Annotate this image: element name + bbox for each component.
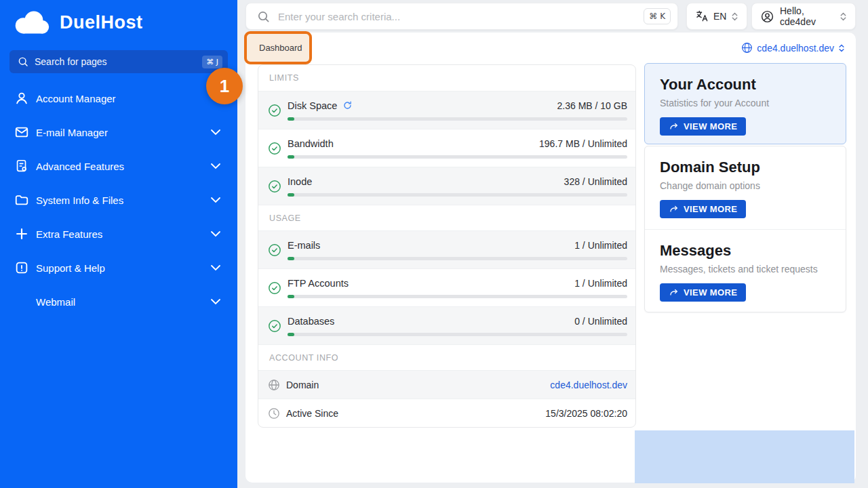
- stat-value: 1 / Unlimited: [574, 278, 627, 289]
- chevron-down-icon: [210, 264, 221, 271]
- sidebar-item-support-help[interactable]: Support & Help: [0, 251, 237, 285]
- globe-icon: [741, 42, 753, 54]
- info-row-active-since: Active Since 15/3/2025 08:02:20: [258, 399, 635, 427]
- domain-link[interactable]: cde4.duelhost.dev: [550, 380, 627, 390]
- chevron-down-icon: [210, 298, 221, 305]
- main-content: Dashboard cde4.duelhost.dev LIMITS Di: [245, 33, 856, 483]
- sidebar-item-advanced-features[interactable]: Advanced Features: [0, 149, 237, 183]
- stat-label: Disk Space: [288, 100, 337, 111]
- stat-row-databases: Databases 0 / Unlimited: [258, 306, 635, 344]
- brand-logo[interactable]: DuelHost: [0, 0, 237, 43]
- stat-label: Bandwidth: [288, 138, 334, 149]
- language-code: EN: [713, 11, 726, 22]
- stat-value: 196.7 MB / Unlimited: [539, 138, 627, 149]
- alert-square-icon: [14, 260, 30, 275]
- progress-bar: [288, 193, 627, 197]
- shortcut-badge: ⌘ J: [202, 56, 222, 68]
- card-title: Messages: [660, 242, 831, 260]
- folder-icon: [14, 192, 30, 207]
- breadcrumb[interactable]: Dashboard: [259, 43, 302, 53]
- stat-row-ftp-accounts: FTP Accounts 1 / Unlimited: [258, 268, 635, 306]
- check-circle-icon: [268, 281, 281, 295]
- card-your-account: Your Account Statistics for your Account…: [644, 63, 846, 144]
- global-search-input[interactable]: [278, 11, 635, 22]
- redo-arrow-icon: [669, 287, 679, 298]
- sidebar-item-webmail[interactable]: Webmail: [0, 285, 237, 319]
- stat-label: E-mails: [288, 240, 320, 251]
- info-value: 15/3/2025 08:02:20: [545, 408, 627, 419]
- view-more-button[interactable]: VIEW MORE: [660, 283, 746, 302]
- sidebar-item-system-info-files[interactable]: System Info & Files: [0, 183, 237, 217]
- card-domain-setup: Domain Setup Change domain options VIEW …: [645, 146, 846, 229]
- user-menu[interactable]: Hello, cde4dev: [751, 3, 856, 30]
- stat-value: 0 / Unlimited: [574, 316, 627, 327]
- check-circle-icon: [268, 142, 281, 155]
- check-circle-icon: [268, 180, 281, 193]
- card-title: Domain Setup: [660, 159, 831, 176]
- annotation-step-badge: 1: [206, 68, 243, 104]
- refresh-icon[interactable]: [342, 100, 353, 110]
- progress-bar: [288, 257, 627, 260]
- progress-fill: [288, 295, 294, 298]
- progress-fill: [288, 193, 294, 197]
- view-more-button[interactable]: VIEW MORE: [660, 117, 746, 136]
- sidebar-search[interactable]: ⌘ J: [9, 50, 228, 73]
- progress-fill: [288, 117, 294, 121]
- quick-links: Your Account Statistics for your Account…: [644, 63, 846, 312]
- redo-arrow-icon: [669, 121, 679, 131]
- chevron-down-icon: [210, 197, 221, 203]
- check-circle-icon: [268, 319, 281, 333]
- select-chevrons-icon: [731, 12, 738, 22]
- select-chevrons-icon: [840, 12, 847, 22]
- sidebar-item-label: Advanced Features: [36, 161, 124, 172]
- sidebar-search-input[interactable]: [35, 56, 196, 67]
- check-circle-icon: [268, 243, 281, 257]
- cards-stack: Domain Setup Change domain options VIEW …: [644, 146, 846, 312]
- sidebar-item-label: Account Manager: [36, 93, 116, 104]
- card-subtitle: Statistics for your Account: [660, 98, 831, 108]
- highlight-rectangle: [635, 430, 854, 483]
- document-gear-icon: [14, 159, 30, 174]
- progress-fill: [288, 333, 294, 336]
- sidebar-item-label: E-mail Manager: [36, 127, 108, 138]
- user-greeting: Hello, cde4dev: [780, 5, 834, 27]
- sidebar-item-account-manager[interactable]: Account Manager: [0, 81, 237, 115]
- stat-row-bandwidth: Bandwidth 196.7 MB / Unlimited: [258, 129, 635, 167]
- view-more-button[interactable]: VIEW MORE: [660, 200, 746, 218]
- sidebar-item-label: Support & Help: [36, 262, 105, 274]
- shortcut-badge: ⌘ K: [644, 8, 671, 24]
- check-circle-icon: [268, 104, 281, 117]
- translate-icon: [695, 9, 709, 23]
- cloud-logo-icon: [9, 7, 53, 38]
- card-messages: Messages Messages, tickets and ticket re…: [645, 229, 846, 312]
- sidebar-item-label: Webmail: [36, 296, 75, 308]
- global-search[interactable]: ⌘ K: [245, 3, 678, 30]
- sidebar: DuelHost ⌘ J Account Manager E-: [0, 0, 237, 488]
- progress-fill: [288, 257, 294, 260]
- chevron-down-icon: [210, 230, 221, 237]
- stats-table: LIMITS Disk Space 2.36 MB / 10 GB: [258, 64, 636, 428]
- user-circle-icon: [760, 9, 774, 24]
- sidebar-nav: Account Manager E-mail Manager Advanced …: [0, 81, 237, 319]
- language-selector[interactable]: EN: [686, 3, 747, 30]
- domain-selector-value: cde4.duelhost.dev: [757, 43, 834, 54]
- plus-icon: [14, 226, 30, 241]
- globe-icon: [268, 379, 280, 391]
- stat-row-inode: Inode 328 / Unlimited: [258, 167, 635, 205]
- info-label: Active Since: [286, 408, 338, 419]
- sidebar-item-email-manager[interactable]: E-mail Manager: [0, 115, 237, 149]
- sidebar-item-extra-features[interactable]: Extra Features: [0, 217, 237, 251]
- user-icon: [14, 91, 30, 106]
- redo-arrow-icon: [669, 204, 679, 214]
- stat-label: Inode: [288, 176, 312, 187]
- sidebar-item-label: System Info & Files: [36, 195, 123, 206]
- chevron-down-icon: [210, 129, 221, 136]
- progress-bar: [288, 333, 627, 336]
- stat-value: 1 / Unlimited: [574, 240, 627, 251]
- domain-selector[interactable]: cde4.duelhost.dev: [741, 42, 845, 54]
- search-icon: [257, 10, 270, 23]
- stat-row-emails: E-mails 1 / Unlimited: [258, 230, 635, 268]
- progress-bar: [288, 155, 627, 159]
- clock-icon: [268, 407, 280, 420]
- envelope-icon: [14, 125, 30, 140]
